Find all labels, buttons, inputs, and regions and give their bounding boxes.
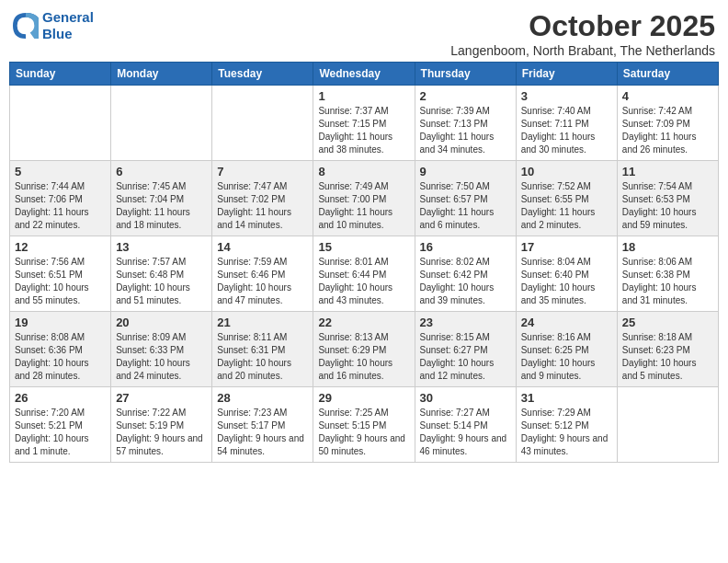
calendar-cell: 8Sunrise: 7:49 AM Sunset: 7:00 PM Daylig… [313,161,415,236]
title-section: October 2025 Langenboom, North Brabant, … [450,9,715,58]
calendar-cell: 5Sunrise: 7:44 AM Sunset: 7:06 PM Daylig… [10,161,111,236]
day-number: 22 [318,316,409,329]
day-info: Sunrise: 8:13 AM Sunset: 6:29 PM Dayligh… [318,331,409,383]
logo-text: General Blue [42,9,94,42]
day-number: 4 [622,89,713,103]
calendar-cell: 6Sunrise: 7:45 AM Sunset: 7:04 PM Daylig… [111,161,212,236]
day-info: Sunrise: 7:20 AM Sunset: 5:21 PM Dayligh… [15,407,106,458]
calendar-cell: 29Sunrise: 7:25 AM Sunset: 5:15 PM Dayli… [313,387,415,463]
day-info: Sunrise: 7:45 AM Sunset: 7:04 PM Dayligh… [116,180,207,232]
day-number: 16 [420,240,511,254]
day-number: 19 [15,316,106,329]
day-number: 10 [521,165,612,178]
calendar-week-row: 1Sunrise: 7:37 AM Sunset: 7:15 PM Daylig… [10,86,719,161]
day-info: Sunrise: 7:39 AM Sunset: 7:13 PM Dayligh… [420,105,511,156]
logo-icon [13,13,39,39]
day-info: Sunrise: 8:01 AM Sunset: 6:44 PM Dayligh… [318,256,409,307]
day-info: Sunrise: 8:16 AM Sunset: 6:25 PM Dayligh… [521,331,612,383]
day-info: Sunrise: 8:11 AM Sunset: 6:31 PM Dayligh… [217,331,308,383]
day-number: 31 [521,391,612,405]
day-info: Sunrise: 7:40 AM Sunset: 7:11 PM Dayligh… [521,105,612,156]
day-info: Sunrise: 8:18 AM Sunset: 6:23 PM Dayligh… [622,331,713,383]
calendar-cell: 9Sunrise: 7:50 AM Sunset: 6:57 PM Daylig… [415,161,516,236]
day-number: 27 [116,391,207,405]
month-title: October 2025 [450,9,715,43]
column-header-saturday: Saturday [617,63,718,86]
calendar-cell: 13Sunrise: 7:57 AM Sunset: 6:48 PM Dayli… [111,236,212,312]
day-info: Sunrise: 8:09 AM Sunset: 6:33 PM Dayligh… [116,331,207,383]
calendar-cell: 25Sunrise: 8:18 AM Sunset: 6:23 PM Dayli… [617,312,718,387]
day-info: Sunrise: 7:52 AM Sunset: 6:55 PM Dayligh… [521,180,612,232]
day-number: 28 [217,391,308,405]
day-info: Sunrise: 7:23 AM Sunset: 5:17 PM Dayligh… [217,407,308,458]
calendar-cell: 15Sunrise: 8:01 AM Sunset: 6:44 PM Dayli… [313,236,415,312]
day-info: Sunrise: 7:47 AM Sunset: 7:02 PM Dayligh… [217,180,308,232]
location-subtitle: Langenboom, North Brabant, The Netherlan… [450,43,715,58]
calendar-cell: 24Sunrise: 8:16 AM Sunset: 6:25 PM Dayli… [516,312,617,387]
calendar-cell: 7Sunrise: 7:47 AM Sunset: 7:02 PM Daylig… [212,161,313,236]
calendar-cell: 1Sunrise: 7:37 AM Sunset: 7:15 PM Daylig… [313,86,415,161]
day-number: 25 [622,316,713,329]
day-number: 29 [318,391,409,405]
day-info: Sunrise: 8:06 AM Sunset: 6:38 PM Dayligh… [622,256,713,307]
day-number: 6 [116,165,207,178]
day-number: 15 [318,240,409,254]
column-header-sunday: Sunday [10,63,111,86]
day-number: 3 [521,89,612,103]
calendar-table: SundayMondayTuesdayWednesdayThursdayFrid… [9,62,719,463]
day-info: Sunrise: 7:44 AM Sunset: 7:06 PM Dayligh… [15,180,106,232]
day-number: 11 [622,165,713,178]
calendar-cell: 16Sunrise: 8:02 AM Sunset: 6:42 PM Dayli… [415,236,516,312]
day-info: Sunrise: 7:42 AM Sunset: 7:09 PM Dayligh… [622,105,713,156]
day-info: Sunrise: 8:08 AM Sunset: 6:36 PM Dayligh… [15,331,106,383]
day-number: 14 [217,240,308,254]
calendar-cell [10,86,111,161]
calendar-cell: 14Sunrise: 7:59 AM Sunset: 6:46 PM Dayli… [212,236,313,312]
page-header: General Blue October 2025 Langenboom, No… [9,9,719,58]
calendar-cell: 21Sunrise: 8:11 AM Sunset: 6:31 PM Dayli… [212,312,313,387]
calendar-cell: 23Sunrise: 8:15 AM Sunset: 6:27 PM Dayli… [415,312,516,387]
day-number: 8 [318,165,409,178]
day-number: 7 [217,165,308,178]
day-info: Sunrise: 8:04 AM Sunset: 6:40 PM Dayligh… [521,256,612,307]
day-number: 23 [420,316,511,329]
column-header-tuesday: Tuesday [212,63,313,86]
calendar-week-row: 26Sunrise: 7:20 AM Sunset: 5:21 PM Dayli… [10,387,719,463]
day-info: Sunrise: 8:02 AM Sunset: 6:42 PM Dayligh… [420,256,511,307]
day-info: Sunrise: 7:59 AM Sunset: 6:46 PM Dayligh… [217,256,308,307]
calendar-week-row: 19Sunrise: 8:08 AM Sunset: 6:36 PM Dayli… [10,312,719,387]
day-info: Sunrise: 7:25 AM Sunset: 5:15 PM Dayligh… [318,407,409,458]
calendar-cell: 11Sunrise: 7:54 AM Sunset: 6:53 PM Dayli… [617,161,718,236]
calendar-cell [111,86,212,161]
calendar-cell: 31Sunrise: 7:29 AM Sunset: 5:12 PM Dayli… [516,387,617,463]
calendar-cell: 10Sunrise: 7:52 AM Sunset: 6:55 PM Dayli… [516,161,617,236]
day-info: Sunrise: 7:57 AM Sunset: 6:48 PM Dayligh… [116,256,207,307]
day-info: Sunrise: 7:54 AM Sunset: 6:53 PM Dayligh… [622,180,713,232]
calendar-cell [212,86,313,161]
calendar-cell [617,387,718,463]
calendar-cell: 2Sunrise: 7:39 AM Sunset: 7:13 PM Daylig… [415,86,516,161]
day-number: 1 [318,89,409,103]
day-info: Sunrise: 7:27 AM Sunset: 5:14 PM Dayligh… [420,407,511,458]
calendar-week-row: 12Sunrise: 7:56 AM Sunset: 6:51 PM Dayli… [10,236,719,312]
calendar-cell: 3Sunrise: 7:40 AM Sunset: 7:11 PM Daylig… [516,86,617,161]
day-number: 30 [420,391,511,405]
column-header-wednesday: Wednesday [313,63,415,86]
calendar-cell: 22Sunrise: 8:13 AM Sunset: 6:29 PM Dayli… [313,312,415,387]
column-header-thursday: Thursday [415,63,516,86]
day-number: 18 [622,240,713,254]
day-info: Sunrise: 7:50 AM Sunset: 6:57 PM Dayligh… [420,180,511,232]
logo: General Blue [13,9,94,42]
day-number: 17 [521,240,612,254]
calendar-cell: 19Sunrise: 8:08 AM Sunset: 6:36 PM Dayli… [10,312,111,387]
day-info: Sunrise: 7:29 AM Sunset: 5:12 PM Dayligh… [521,407,612,458]
day-number: 12 [15,240,106,254]
day-number: 13 [116,240,207,254]
day-info: Sunrise: 7:37 AM Sunset: 7:15 PM Dayligh… [318,105,409,156]
calendar-cell: 27Sunrise: 7:22 AM Sunset: 5:19 PM Dayli… [111,387,212,463]
day-info: Sunrise: 7:22 AM Sunset: 5:19 PM Dayligh… [116,407,207,458]
calendar-cell: 18Sunrise: 8:06 AM Sunset: 6:38 PM Dayli… [617,236,718,312]
day-number: 5 [15,165,106,178]
calendar-cell: 4Sunrise: 7:42 AM Sunset: 7:09 PM Daylig… [617,86,718,161]
calendar-week-row: 5Sunrise: 7:44 AM Sunset: 7:06 PM Daylig… [10,161,719,236]
